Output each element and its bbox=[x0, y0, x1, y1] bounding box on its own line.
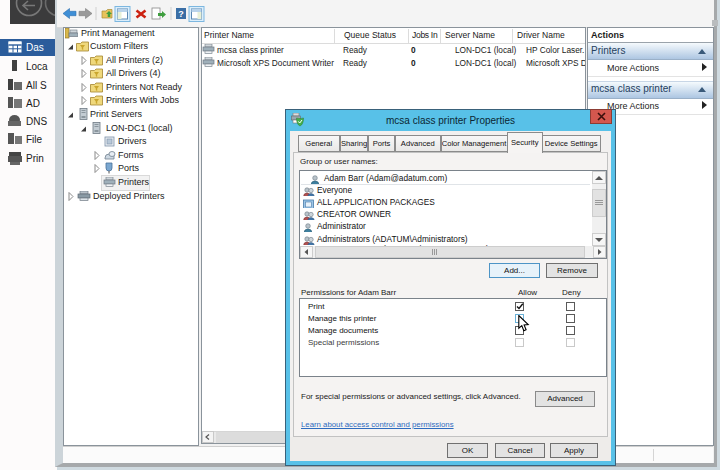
svg-text:?: ? bbox=[178, 9, 184, 19]
